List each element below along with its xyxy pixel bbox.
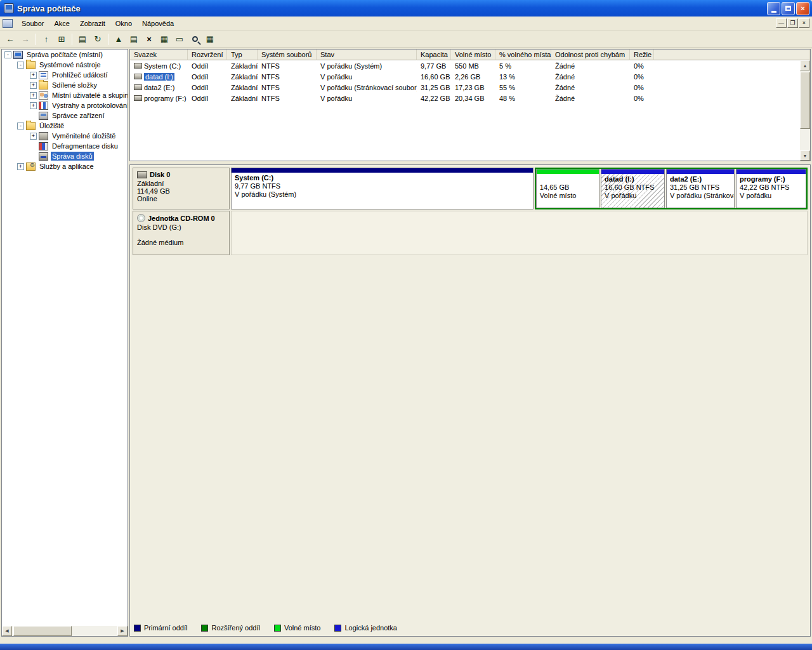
partition-programy-f[interactable]: programy (F:) 42,22 GB NTFS V pořádku bbox=[736, 169, 806, 208]
column-header-rozvrzeni[interactable]: Rozvržení bbox=[188, 50, 227, 60]
column-header-odolnost[interactable]: Odolnost proti chybám bbox=[551, 50, 630, 60]
fields-icon[interactable]: ▦ bbox=[202, 32, 218, 46]
tree-item-label: Místní uživatelé a skupiny bbox=[51, 91, 128, 100]
volume-row-system-c[interactable]: System (C:) Oddíl Základní NTFS V pořádk… bbox=[130, 60, 810, 71]
tree-item-performance-logs[interactable]: + Výstrahy a protokolování vý bbox=[2, 100, 128, 110]
menu-akce[interactable]: Akce bbox=[49, 18, 74, 29]
menu-soubor[interactable]: Soubor bbox=[16, 18, 49, 29]
mdi-minimize-button[interactable]: — bbox=[776, 18, 787, 28]
expand-toggle[interactable]: + bbox=[30, 82, 37, 89]
window-title: Správa počítače bbox=[17, 4, 81, 13]
column-header-pct-volneho[interactable]: % volného místa bbox=[495, 50, 551, 60]
tree-item-label: Úložiště bbox=[38, 121, 65, 130]
free-space-color-bar bbox=[537, 169, 599, 174]
scroll-up-icon[interactable]: ▲ bbox=[800, 60, 810, 70]
back-icon[interactable]: ← bbox=[3, 32, 18, 46]
disk0-header[interactable]: Disk 0 Základní 114,49 GB Online bbox=[133, 168, 230, 209]
column-header-svazek[interactable]: Svazek bbox=[130, 50, 188, 60]
maximize-button[interactable] bbox=[782, 2, 795, 15]
shared-folders-icon bbox=[39, 81, 48, 90]
expand-toggle[interactable]: + bbox=[30, 133, 37, 140]
tree-item-device-manager[interactable]: Správce zařízení bbox=[2, 110, 128, 121]
tree-item-local-users-groups[interactable]: + Místní uživatelé a skupiny bbox=[2, 90, 128, 100]
property-sheet-icon[interactable]: ▤ bbox=[126, 32, 141, 46]
volume-filesystem: NTFS bbox=[258, 84, 317, 91]
refresh-icon[interactable]: ↻ bbox=[90, 32, 105, 46]
close-button[interactable]: × bbox=[796, 2, 809, 15]
volume-row-datad-i[interactable]: datad (I:) Oddíl Základní NTFS V pořádku… bbox=[130, 71, 810, 82]
tree-item-services-applications[interactable]: + Služby a aplikace bbox=[2, 161, 128, 171]
menu-okno[interactable]: Okno bbox=[110, 18, 137, 29]
mdi-restore-button[interactable]: ❐ bbox=[787, 18, 798, 28]
volume-list-vertical-scrollbar[interactable]: ▲ ▼ bbox=[800, 60, 810, 161]
volume-row-programy-f[interactable]: programy (F:) Oddíl Základní NTFS V pořá… bbox=[130, 93, 810, 103]
volume-row-data2-e[interactable]: data2 (E:) Oddíl Základní NTFS V pořádku… bbox=[130, 82, 810, 93]
open-folder-icon[interactable]: ▭ bbox=[172, 32, 187, 46]
menu-zobrazit[interactable]: Zobrazit bbox=[75, 18, 110, 29]
scrollbar-thumb[interactable] bbox=[800, 72, 810, 129]
expand-toggle[interactable]: + bbox=[30, 72, 37, 79]
partition-datad-i[interactable]: datad (I:) 16,60 GB NTFS V pořádku bbox=[601, 169, 665, 208]
legend-extended-partition: Rozšířený oddíl bbox=[201, 624, 259, 632]
scroll-left-icon[interactable]: ◀ bbox=[2, 626, 12, 636]
menu-napoveda[interactable]: Nápověda bbox=[137, 18, 179, 29]
magnifier-icon[interactable] bbox=[187, 32, 202, 46]
scrollbar-thumb[interactable] bbox=[13, 626, 72, 636]
tree-item-event-viewer[interactable]: + Prohlížeč událostí bbox=[2, 70, 128, 80]
forward-icon[interactable]: → bbox=[18, 32, 33, 46]
tree-item-disk-defragmenter[interactable]: Defragmentace disku bbox=[2, 141, 128, 151]
volume-type: Základní bbox=[227, 84, 258, 91]
column-header-stav[interactable]: Stav bbox=[317, 50, 417, 60]
delete-icon[interactable]: × bbox=[141, 32, 157, 46]
scroll-right-icon[interactable]: ▶ bbox=[117, 626, 128, 636]
extended-partition-frame: 14,65 GB Volné místo datad (I:) 16,60 GB… bbox=[535, 168, 808, 209]
tree-horizontal-scrollbar[interactable]: ◀ ▶ bbox=[2, 626, 128, 636]
expand-toggle[interactable]: + bbox=[17, 163, 24, 170]
volume-status: V pořádku (Stránkovací soubor) bbox=[317, 84, 417, 91]
cdrom-name: Jednotka CD-ROM 0 bbox=[148, 215, 215, 222]
show-hide-tree-icon[interactable]: ⊞ bbox=[54, 32, 69, 46]
titlebar[interactable]: Správa počítače × bbox=[0, 0, 812, 17]
expand-toggle[interactable]: - bbox=[4, 51, 11, 58]
column-header-kapacita[interactable]: Kapacita bbox=[417, 50, 451, 60]
attributes-icon[interactable]: ▦ bbox=[157, 32, 172, 46]
cdrom-header[interactable]: Jednotka CD-ROM 0 Disk DVD (G:) Žádné mé… bbox=[133, 211, 230, 255]
volume-name: datad (I:) bbox=[144, 73, 174, 81]
partition-system-c[interactable]: System (C:) 9,77 GB NTFS V pořádku (Syst… bbox=[231, 168, 534, 209]
column-header-rezie[interactable]: Režie bbox=[630, 50, 654, 60]
expand-toggle[interactable]: + bbox=[30, 102, 37, 109]
expand-toggle[interactable]: - bbox=[17, 123, 24, 129]
tree-item-storage[interactable]: - Úložiště bbox=[2, 121, 128, 131]
volume-fault-tolerance: Žádné bbox=[551, 84, 630, 91]
tree-item-shared-folders[interactable]: + Sdílené složky bbox=[2, 80, 128, 90]
volume-status: V pořádku bbox=[317, 95, 417, 102]
properties-icon[interactable]: ▤ bbox=[75, 32, 90, 46]
computer-management-window: Správa počítače × Soubor Akce Zobrazit O… bbox=[0, 0, 812, 650]
graphical-view-empty-area bbox=[130, 255, 810, 623]
tree-item-disk-management[interactable]: Správa disků bbox=[2, 151, 128, 161]
move-up-icon[interactable]: ▲ bbox=[111, 32, 126, 46]
volume-overhead: 0% bbox=[630, 73, 654, 81]
mdi-close-button[interactable]: × bbox=[799, 18, 809, 28]
column-header-volne-misto[interactable]: Volné místo bbox=[451, 50, 495, 60]
expand-toggle[interactable]: - bbox=[17, 62, 24, 69]
column-header-typ[interactable]: Typ bbox=[227, 50, 258, 60]
tree-item-system-tools[interactable]: - Systémové nástroje bbox=[2, 60, 128, 70]
console-tree-pane: - Správa počítače (místní) - Systémové n… bbox=[1, 49, 128, 637]
minimize-button[interactable] bbox=[767, 2, 780, 15]
tree-item-label: Sdílené složky bbox=[51, 81, 98, 90]
cdrom-icon bbox=[137, 214, 145, 222]
column-header-system-souboru[interactable]: Systém souborů bbox=[258, 50, 317, 60]
up-level-icon[interactable]: ↑ bbox=[39, 32, 54, 46]
tree-item-removable-storage[interactable]: + Vyměnitelné úložiště bbox=[2, 131, 128, 141]
volume-overhead: 0% bbox=[630, 84, 654, 91]
toolbar-separator bbox=[108, 34, 108, 45]
tree-item-computer-management[interactable]: - Správa počítače (místní) bbox=[2, 50, 128, 60]
partition-size: 16,60 GB NTFS bbox=[605, 183, 661, 192]
expand-toggle[interactable]: + bbox=[30, 92, 37, 99]
scroll-down-icon[interactable]: ▼ bbox=[800, 150, 810, 161]
scrollbar-track[interactable] bbox=[72, 626, 117, 636]
partition-free-space[interactable]: 14,65 GB Volné místo bbox=[536, 169, 599, 208]
volume-layout: Oddíl bbox=[188, 73, 227, 81]
partition-data2-e[interactable]: data2 (E:) 31,25 GB NTFS V pořádku (Strá… bbox=[666, 169, 735, 208]
